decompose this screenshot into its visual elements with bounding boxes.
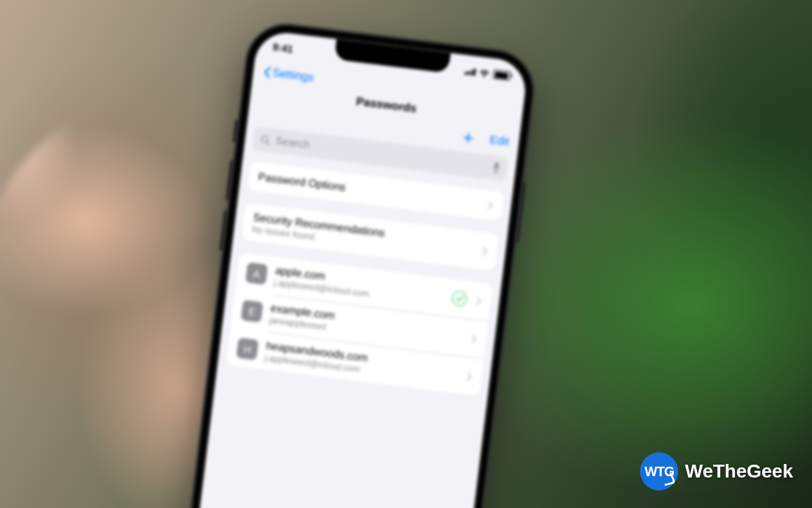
passwords-list: A apple.com j.appleseed@icloud.com E <box>225 253 493 397</box>
chevron-right-icon <box>466 371 473 381</box>
account-name: j.appleseed@icloud.com <box>273 277 452 309</box>
iphone-screen: 9:41 Settings <box>189 30 529 508</box>
site-letter-icon: A <box>246 262 268 284</box>
svg-point-0 <box>261 135 268 142</box>
chevron-right-icon <box>476 296 482 305</box>
iphone-device-frame: 9:41 Settings <box>179 19 539 508</box>
hand-holding-phone <box>0 95 352 508</box>
status-bar: 9:41 <box>255 30 528 93</box>
site-letter-icon: H <box>236 337 258 360</box>
add-button[interactable]: ＋ <box>458 131 478 143</box>
chevron-right-icon <box>471 334 478 343</box>
site-letter-icon: E <box>241 300 263 322</box>
row-label: Password Options <box>258 171 484 211</box>
svg-rect-2 <box>495 163 499 169</box>
watermark-logo: WTG WeTheGeek <box>640 452 793 490</box>
password-item-apple[interactable]: A apple.com j.appleseed@icloud.com <box>235 253 493 322</box>
watermark-text: WeTheGeek <box>685 461 793 482</box>
account-name: janeappleseed <box>269 315 466 349</box>
dictation-icon[interactable] <box>491 161 501 174</box>
back-label: Settings <box>271 66 314 85</box>
site-name: heapsandwoods.com <box>265 340 463 376</box>
verified-checkmark-icon <box>451 290 468 307</box>
search-icon <box>260 134 271 146</box>
chevron-right-icon <box>487 200 494 210</box>
back-button[interactable]: Settings <box>262 65 314 85</box>
edit-button[interactable]: Edit <box>489 133 510 148</box>
search-field[interactable] <box>252 126 509 182</box>
wifi-icon <box>478 66 491 79</box>
watermark-badge-icon: WTG <box>640 452 678 490</box>
page-title: Passwords <box>250 82 522 129</box>
password-options-group: Password Options <box>247 161 505 222</box>
battery-icon <box>493 69 512 81</box>
security-recommendations-row[interactable]: Security Recommendations No issues found <box>241 203 499 272</box>
password-item-heapsandwoods[interactable]: H heapsandwoods.com j.appleseed@icloud.c… <box>225 328 484 397</box>
site-name: apple.com <box>275 264 453 298</box>
chevron-left-icon <box>263 66 272 79</box>
password-item-example[interactable]: E example.com janeappleseed <box>230 290 489 359</box>
notch <box>334 39 451 73</box>
security-recommendations-group: Security Recommendations No issues found <box>241 203 499 272</box>
svg-line-1 <box>267 142 269 144</box>
status-time: 9:41 <box>272 41 294 55</box>
row-subtitle: No issues found <box>251 224 476 262</box>
cellular-signal-icon <box>464 67 476 76</box>
chevron-right-icon <box>482 247 489 256</box>
navigation-bar: Settings Passwords ＋ Edit <box>248 59 525 154</box>
account-name: j.appleseed@icloud.com <box>264 352 461 386</box>
password-options-row[interactable]: Password Options <box>247 161 505 222</box>
search-input[interactable] <box>273 134 489 174</box>
site-name: example.com <box>270 302 468 338</box>
background-photo: 9:41 Settings <box>0 0 812 508</box>
row-label: Security Recommendations <box>252 211 478 251</box>
